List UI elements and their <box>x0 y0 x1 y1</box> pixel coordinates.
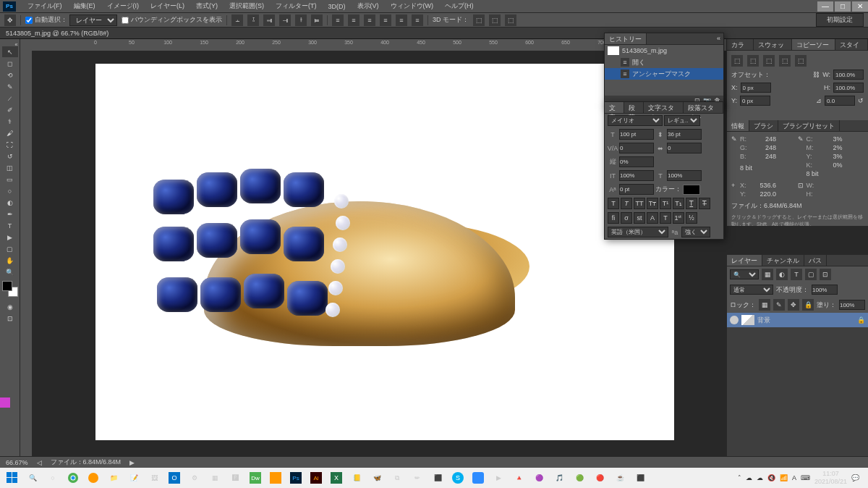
menu-file[interactable]: ファイル(F) <box>22 0 68 12</box>
menu-layer[interactable]: レイヤー(L) <box>145 0 190 12</box>
stamp-tool[interactable]: ⛶ <box>2 139 18 150</box>
bold-btn[interactable]: T <box>608 198 619 209</box>
strike-btn[interactable]: T̶ <box>699 198 710 209</box>
distribute-icon[interactable]: ≡ <box>332 14 344 26</box>
media-icon[interactable]: ▶ <box>489 470 508 486</box>
lasso-tool[interactable]: ⟲ <box>2 70 18 80</box>
tracking[interactable] <box>667 143 702 153</box>
tab-channels[interactable]: チャンネル <box>762 255 804 266</box>
tab-para-style[interactable]: 段落スタイル <box>684 102 723 113</box>
mode3d-icon[interactable]: ⬚ <box>505 14 516 26</box>
tab-character[interactable]: 文字 <box>605 102 624 113</box>
explorer-icon[interactable]: 📁 <box>104 470 123 486</box>
app-icon[interactable]: ⧉ <box>388 470 407 486</box>
app-icon[interactable]: ▦ <box>205 470 224 486</box>
app-icon[interactable]: 🟢 <box>570 470 589 486</box>
photos-icon[interactable]: 🖼 <box>145 470 163 486</box>
tray-cloud-icon[interactable]: ☁ <box>746 474 752 481</box>
opentype-btn[interactable]: fi <box>608 212 619 224</box>
opentype-btn[interactable]: ½ <box>686 212 697 224</box>
brush-tool[interactable]: 🖌 <box>2 127 18 138</box>
lock-all-icon[interactable]: 🔒 <box>802 299 814 311</box>
dodge-tool[interactable]: ◐ <box>2 197 18 208</box>
window-close[interactable]: ✕ <box>852 1 868 12</box>
baseline[interactable] <box>619 184 654 195</box>
zoom-tool[interactable]: 🔍 <box>2 266 18 277</box>
tab-style[interactable]: スタイル <box>835 39 868 50</box>
settings-icon[interactable]: ⚙ <box>185 470 204 486</box>
h-input[interactable] <box>833 83 864 93</box>
app-icon[interactable]: 🦋 <box>367 470 386 486</box>
lock-brush-icon[interactable]: ✎ <box>773 299 785 311</box>
tab-swatch[interactable]: スウォッチ <box>754 39 792 50</box>
color-swatches[interactable] <box>2 281 18 297</box>
font-family[interactable]: メイリオ <box>608 115 663 126</box>
artboard[interactable] <box>95 64 674 440</box>
align-right-icon[interactable]: ⫢ <box>311 14 323 26</box>
tab-layers[interactable]: レイヤー <box>727 255 762 266</box>
source-icon[interactable]: ⬚ <box>763 55 775 67</box>
app-icon[interactable]: ✏ <box>408 470 427 486</box>
tab-char-style[interactable]: 文字スタイル <box>644 102 684 113</box>
source-icon[interactable]: ⬚ <box>795 55 807 67</box>
vlc-icon[interactable]: 🔺 <box>509 470 528 486</box>
filter-shape-icon[interactable]: ▢ <box>805 269 817 280</box>
layer-thumb[interactable] <box>741 315 754 325</box>
history-step[interactable]: ≡ アンシャープマスク <box>605 68 723 80</box>
bounding-box-checkbox[interactable] <box>122 17 129 24</box>
distribute-icon[interactable]: ≡ <box>348 14 359 26</box>
caps-btn[interactable]: TT <box>634 198 645 209</box>
tab-info[interactable]: 情報 <box>727 120 749 131</box>
tab-brush-preset[interactable]: ブラシプリセット <box>778 120 840 131</box>
screen-mode-icon[interactable]: ⊡ <box>2 313 18 324</box>
tab-history[interactable]: ヒストリー <box>605 33 647 44</box>
filter-type-icon[interactable]: T <box>791 269 802 280</box>
terminal-icon[interactable]: ⬛ <box>631 470 650 486</box>
leading[interactable] <box>667 129 702 140</box>
zoom-slider-icon[interactable]: ◁ <box>37 459 42 466</box>
pen-tool[interactable]: ✒ <box>2 209 18 219</box>
window-minimize[interactable]: — <box>817 1 833 12</box>
tray-keyboard-icon[interactable]: ⌨ <box>801 474 810 481</box>
text-language[interactable]: 英語（米国） <box>608 227 668 237</box>
superscript-btn[interactable]: T¹ <box>660 198 671 209</box>
lock-pixels-icon[interactable]: ▦ <box>759 299 770 311</box>
tray-wifi-icon[interactable]: 📶 <box>780 474 788 481</box>
auto-select-checkbox[interactable] <box>25 17 33 24</box>
fg-color-swatch[interactable] <box>2 281 12 291</box>
source-icon[interactable]: ⬚ <box>747 55 759 67</box>
tray-chevron-icon[interactable]: ˄ <box>738 474 741 481</box>
antialias[interactable]: 強く <box>681 227 710 237</box>
mask-mode-icon[interactable]: ◉ <box>2 301 18 312</box>
history-step[interactable]: ≡ 開く <box>605 56 723 68</box>
left-dock-collapsed[interactable] <box>0 397 10 408</box>
menu-3d[interactable]: 3D(D) <box>323 1 352 12</box>
type-tool[interactable]: T <box>2 220 18 231</box>
layer-row-bg[interactable]: 背景 🔒 <box>727 313 868 327</box>
smallcaps-btn[interactable]: Tᴛ <box>647 198 658 209</box>
tab-brush[interactable]: ブラシ <box>749 120 778 131</box>
sublime-icon[interactable] <box>266 470 285 486</box>
shape-tool[interactable]: ▢ <box>2 243 18 254</box>
x-input[interactable] <box>741 83 771 93</box>
tab-paths[interactable]: パス <box>804 255 827 266</box>
visibility-icon[interactable] <box>730 316 739 324</box>
reset-icon[interactable]: ↺ <box>858 97 864 104</box>
tab-color[interactable]: カラー <box>727 39 754 50</box>
opentype-btn[interactable]: st <box>634 212 645 224</box>
link-icon[interactable]: ⛓ <box>813 71 820 78</box>
chrome-icon[interactable] <box>64 470 82 486</box>
outlook-icon[interactable]: O <box>165 470 184 486</box>
blur-tool[interactable]: ○ <box>2 185 18 196</box>
notepad-icon[interactable]: 📝 <box>124 470 143 486</box>
photoshop-icon[interactable]: Ps <box>286 470 305 486</box>
opentype-btn[interactable]: T <box>660 212 671 224</box>
notification-icon[interactable]: 💬 <box>851 474 859 481</box>
clock[interactable]: 11:07 2021/08/21 <box>814 470 847 486</box>
menu-filter[interactable]: フィルター(T) <box>270 0 323 12</box>
opentype-btn[interactable]: A <box>647 212 658 224</box>
tray-ime-icon[interactable]: A <box>792 474 796 481</box>
eraser-tool[interactable]: ◫ <box>2 162 18 173</box>
align-hcenter-icon[interactable]: ⫲ <box>295 14 307 26</box>
source-icon[interactable]: ⬚ <box>731 55 743 67</box>
